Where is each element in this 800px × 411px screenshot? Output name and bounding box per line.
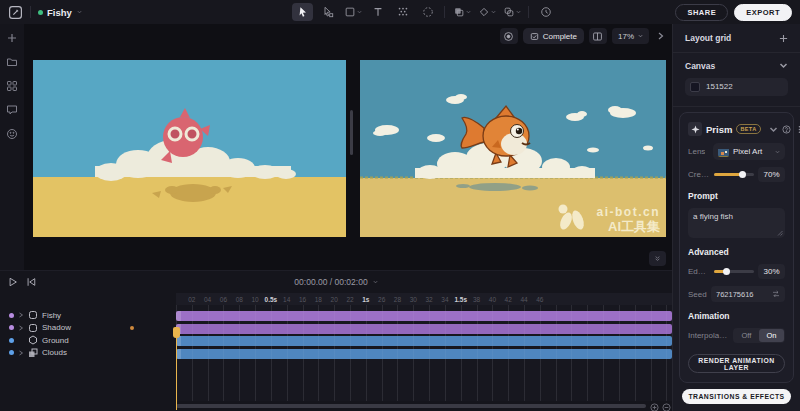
shuffle-icon[interactable] (772, 290, 780, 298)
add-grid-icon[interactable] (779, 34, 788, 43)
timeline-panel: 00:00.00 / 00:02:00 02040608100.5s141618… (0, 270, 672, 411)
interpolation-on-option[interactable]: On (759, 329, 784, 342)
app-logo-icon[interactable] (8, 5, 23, 20)
marquee-tool[interactable] (417, 3, 438, 21)
resize-handle-icon[interactable] (777, 230, 783, 236)
canvas-color-swatch[interactable] (690, 82, 700, 92)
pixel-tool[interactable] (392, 3, 413, 21)
expand-chevron-icon[interactable] (18, 350, 24, 356)
track-bar-shadow[interactable] (176, 324, 672, 334)
edge-influence-slider[interactable] (714, 270, 754, 273)
ruler-label: 04 (204, 296, 211, 303)
chevron-down-icon (77, 10, 82, 14)
keyframe-indicator[interactable] (130, 326, 134, 330)
animation-label: Animation (688, 311, 785, 321)
assets-icon[interactable] (6, 79, 19, 92)
canvas-section-header[interactable]: Canvas (685, 61, 788, 71)
diamond-tool[interactable] (476, 3, 497, 21)
layer-name: Clouds (42, 348, 67, 357)
playhead-handle[interactable] (173, 327, 180, 338)
layer-name: Fishy (42, 311, 61, 320)
layer-list: FishyShadowGroundClouds (0, 305, 176, 401)
help-icon[interactable] (782, 125, 791, 134)
frame-tool[interactable] (342, 3, 363, 21)
pages-panel-icon[interactable] (589, 28, 607, 44)
layout-grid-section[interactable]: Layout grid (673, 24, 800, 52)
caret-icon (516, 10, 521, 14)
artboard-source-frame[interactable] (33, 60, 346, 237)
layout-grid-label: Layout grid (685, 33, 731, 43)
ruler-label: 34 (441, 296, 448, 303)
select-tool[interactable] (292, 3, 313, 21)
render-status-label: Complete (543, 32, 577, 41)
ruler-label: 14 (283, 296, 290, 303)
creativity-slider[interactable] (714, 173, 754, 176)
canvas-vertical-scrollbar[interactable] (350, 110, 353, 155)
layer-row-ground[interactable]: Ground (0, 334, 176, 347)
ruler-label: 30 (410, 296, 417, 303)
shape-union-tool[interactable] (451, 3, 472, 21)
zoom-level-dropdown[interactable]: 17% (612, 28, 649, 44)
caret-icon (491, 10, 496, 14)
transport-bar: 00:00.00 / 00:02:00 (0, 271, 672, 293)
canvas-section: Canvas 151522 (673, 53, 800, 106)
layer-row-clouds[interactable]: Clouds (0, 347, 176, 360)
prism-header[interactable]: Prism BETA (688, 122, 785, 136)
render-status-badge[interactable]: Complete (523, 28, 584, 44)
add-icon[interactable] (6, 31, 19, 44)
track-bar-ground[interactable] (176, 336, 672, 346)
record-icon[interactable] (500, 28, 518, 44)
edge-influence-value[interactable]: 30% (758, 264, 785, 279)
artboard-rendered-frame[interactable]: ai-bot.cn AI工具集 (360, 60, 666, 237)
playhead[interactable] (173, 327, 180, 410)
seed-input[interactable]: 762175616 (711, 286, 785, 302)
direct-select-tool[interactable] (317, 3, 338, 21)
ruler-label: 22 (346, 296, 353, 303)
chevron-down-icon (775, 150, 780, 154)
creativity-value[interactable]: 70% (758, 167, 785, 182)
canvas-area[interactable]: ai-bot.cn AI工具集 Complete (24, 24, 672, 270)
history-tool[interactable] (535, 3, 556, 21)
caret-icon (357, 10, 362, 14)
track-bar-clouds[interactable] (176, 349, 672, 359)
timeline-ruler[interactable]: 02040608100.5s14161820221s26283032341.5s… (0, 293, 672, 305)
export-button[interactable]: EXPORT (734, 4, 792, 21)
timeline-zoom-out-icon[interactable] (661, 402, 672, 411)
canvas-color-field[interactable]: 151522 (685, 78, 788, 96)
beta-badge: BETA (736, 124, 760, 134)
tool-bar (292, 0, 556, 24)
chevron-down-icon (779, 61, 788, 70)
expand-chevron-icon[interactable] (18, 312, 24, 318)
watermark-domain: ai-bot.cn (597, 205, 661, 219)
transitions-effects-button[interactable]: TRANSITIONS & EFFECTS (682, 389, 791, 404)
comments-icon[interactable] (6, 103, 19, 116)
lens-thumbnail (718, 146, 729, 157)
expand-chevron-icon[interactable] (18, 325, 24, 331)
layer-row-fishy[interactable]: Fishy (0, 309, 176, 322)
text-tool[interactable] (367, 3, 388, 21)
collapse-panel-button[interactable] (649, 251, 666, 266)
app-window: Fishy SHARE EXPORT (0, 0, 800, 411)
chevron-right-icon[interactable] (654, 28, 668, 44)
render-animation-layer-button[interactable]: RENDER ANIMATION LAYER (688, 354, 785, 373)
kebab-menu-icon[interactable] (795, 125, 800, 134)
timeline-scrollbar-thumb[interactable] (176, 404, 646, 408)
frame-layer-icon (28, 323, 38, 333)
share-button[interactable]: SHARE (675, 4, 728, 21)
caret-icon (466, 10, 471, 14)
boolean-tool[interactable] (501, 3, 522, 21)
interpolation-off-option[interactable]: Off (734, 329, 759, 342)
ruler-label: 42 (505, 296, 512, 303)
folder-icon[interactable] (6, 55, 19, 68)
timeline-zoom-in-icon[interactable] (649, 402, 660, 411)
lens-dropdown[interactable]: Pixel Art (713, 143, 785, 160)
time-display[interactable]: 00:00.00 / 00:02:00 (0, 277, 672, 287)
timeline-scrollbar (0, 401, 672, 411)
complete-icon (530, 32, 539, 41)
layer-row-shadow[interactable]: Shadow (0, 322, 176, 335)
prompt-input[interactable]: a flying fish (688, 208, 785, 238)
chevron-down-icon[interactable] (769, 125, 778, 134)
stickers-icon[interactable] (6, 127, 19, 140)
project-menu[interactable]: Fishy (38, 7, 82, 18)
track-bar-fishy[interactable] (176, 311, 672, 321)
